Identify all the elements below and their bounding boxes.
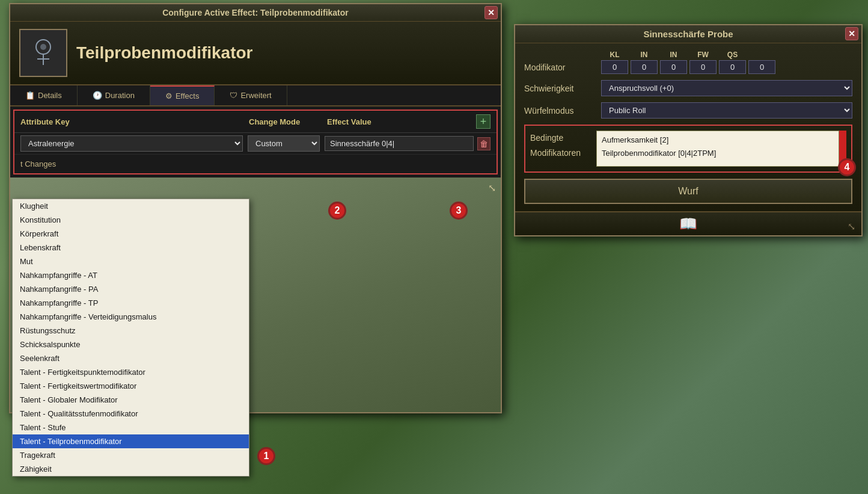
tab-duration[interactable]: 🕐 Duration <box>78 85 150 105</box>
bedingte-section: Bedingte Modifikatoren Aufmerksamkeit [2… <box>524 125 852 173</box>
dropdown-item-nahkampf-pa[interactable]: Nahkampfangriffe - PA <box>13 282 249 296</box>
effects-header-row: Attribute Key Change Mode Effect Value + <box>14 111 497 133</box>
col-header-effect-value: Effect Value <box>327 117 476 126</box>
wurfelmodus-select[interactable]: Public Roll <box>601 102 852 119</box>
modifikatoren-label: Modifikatoren <box>530 146 596 161</box>
right-modal-minimize[interactable]: ⤡ <box>848 221 855 232</box>
add-effect-button[interactable]: + <box>476 114 491 129</box>
dropdown-item-seelenkraft[interactable]: Seelenkraft <box>13 351 249 365</box>
modifier-headers: KL IN IN FW QS <box>601 51 852 59</box>
badge-2: 2 <box>328 202 346 220</box>
mod-header-in2: IN <box>660 51 687 59</box>
badge-3: 3 <box>450 202 468 220</box>
change-mode-select[interactable]: Custom <box>248 135 320 152</box>
effects-icon: ⚙ <box>165 91 173 100</box>
left-modal-title: Configure Active Effect: Teilprobenmodif… <box>162 8 349 17</box>
dropdown-item-rustungsschutz[interactable]: Rüstungsschutz <box>13 324 249 338</box>
dropdown-item-lebenskraft[interactable]: Lebenskraft <box>13 241 249 255</box>
attribute-key-dropdown: Klugheit Konstitution Körperkraft Lebens… <box>12 199 249 477</box>
mod-input-0[interactable] <box>601 60 628 74</box>
mod-header-kl: KL <box>601 51 628 59</box>
dropdown-item-talent-qualitats[interactable]: Talent - Qualitätsstufenmodifikator <box>13 407 249 421</box>
tab-erweitert[interactable]: 🛡 Erweitert <box>215 85 287 105</box>
dropdown-item-korperkraft[interactable]: Körperkraft <box>13 227 249 241</box>
dropdown-item-mut[interactable]: Mut <box>13 255 249 268</box>
right-modal-titlebar: Sinnesschärfe Probe ✕ <box>515 25 861 43</box>
effect-name: Teilprobenmodifikator <box>76 43 253 63</box>
tab-details[interactable]: 📋 Details <box>10 85 78 105</box>
dropdown-item-tragekraft[interactable]: Tragekraft <box>13 448 249 462</box>
mod-input-4[interactable] <box>719 60 746 74</box>
mod-input-5[interactable] <box>748 60 775 74</box>
modifier-inputs <box>601 60 775 74</box>
dropdown-item-nahkampf-at[interactable]: Nahkampfangriffe - AT <box>13 268 249 282</box>
badge-4: 4 <box>838 158 856 176</box>
attribute-key-select[interactable]: Astralenergie <box>20 135 243 152</box>
effect-icon <box>19 29 67 77</box>
effects-panel: Attribute Key Change Mode Effect Value +… <box>13 110 498 174</box>
erweitert-icon: 🛡 <box>230 91 237 100</box>
wurfelmodus-label: Würfelmodus <box>524 106 596 116</box>
dropdown-item-talent-teilproben[interactable]: Talent - Teilprobenmodifikator <box>13 434 249 448</box>
dropdown-item-talent-stufe[interactable]: Talent - Stufe <box>13 421 249 434</box>
bedingte-list: Aufmerksamkeit [2] Teilprobenmodifikator… <box>596 131 839 167</box>
modifikator-row: Modifikator <box>524 60 852 74</box>
right-modal-title: Sinnesschärfe Probe <box>643 29 733 39</box>
wurfelmodus-row: Würfelmodus Public Roll <box>524 102 852 119</box>
bedingte-item-0: Aufmerksamkeit [2] <box>602 134 834 147</box>
delete-effect-button[interactable]: 🗑 <box>477 137 491 150</box>
svg-point-3 <box>40 44 46 50</box>
right-modal-close-button[interactable]: ✕ <box>845 27 858 40</box>
dropdown-item-zahigkeit[interactable]: Zähigkeit <box>13 462 249 476</box>
bottom-ornament: 📖 ⤡ <box>515 211 861 235</box>
schwierigkeit-row: Schwierigkeit Anspruchsvoll (+0) <box>524 80 852 96</box>
wurf-button[interactable]: Wurf <box>524 179 852 204</box>
mod-header-qs: QS <box>719 51 746 59</box>
left-modal-close-button[interactable]: ✕ <box>484 6 498 19</box>
dropdown-item-talent-fertigkeitswert[interactable]: Talent - Fertigkeitswertmodifikator <box>13 379 249 393</box>
mod-input-1[interactable] <box>631 60 658 74</box>
mod-input-2[interactable] <box>660 60 687 74</box>
modifikator-label: Modifikator <box>524 63 596 72</box>
badge-1: 1 <box>257 447 275 465</box>
schwierigkeit-label: Schwierigkeit <box>524 84 596 93</box>
bedingte-inner: Bedingte Modifikatoren Aufmerksamkeit [2… <box>530 131 846 167</box>
dropdown-item-talent-fertigkeitspunkte[interactable]: Talent - Fertigkeitspunktemodifikator <box>13 365 249 379</box>
minimize-icon[interactable]: ⤡ <box>488 182 496 194</box>
bedingte-item-1: Teilprobenmodifikator [0|4|2TPM] <box>602 147 834 160</box>
dropdown-item-schicksalspunkte[interactable]: Schicksalspunkte <box>13 338 249 351</box>
dropdown-item-klugheit[interactable]: Klugheit <box>13 199 249 213</box>
tab-effects[interactable]: ⚙ Effects <box>150 85 215 105</box>
dropdown-item-konstitution[interactable]: Konstitution <box>13 213 249 227</box>
ornament-icon: 📖 <box>679 215 697 232</box>
right-modal-content: KL IN IN FW QS Modifikator Schwierigkeit… <box>515 43 861 211</box>
dropdown-item-nahkampf-vm[interactable]: Nahkampfangriffe - Verteidigungsmalus <box>13 310 249 324</box>
mod-header-fw: FW <box>689 51 717 59</box>
dropdown-item-talent-globaler[interactable]: Talent - Globaler Modifikator <box>13 393 249 407</box>
duration-icon: 🕐 <box>93 91 102 100</box>
left-modal-titlebar: Configure Active Effect: Teilprobenmodif… <box>10 4 501 22</box>
effect-value-input[interactable] <box>325 136 474 151</box>
mod-header-in1: IN <box>631 51 658 59</box>
changes-text: t Changes <box>20 159 56 168</box>
mod-input-3[interactable] <box>689 60 717 74</box>
col-header-change-mode: Change Mode <box>249 117 327 126</box>
bedingte-label: Bedingte <box>530 131 596 146</box>
effect-row: Astralenergie Custom 🗑 <box>14 133 497 155</box>
bedingte-labels: Bedingte Modifikatoren <box>530 131 596 167</box>
details-icon: 📋 <box>25 91 35 100</box>
dropdown-item-nahkampf-tp[interactable]: Nahkampfangriffe - TP <box>13 296 249 310</box>
col-header-attribute-key: Attribute Key <box>20 117 249 126</box>
changes-info: t Changes <box>14 155 497 173</box>
schwierigkeit-select[interactable]: Anspruchsvoll (+0) <box>601 80 852 96</box>
left-modal-header: Teilprobenmodifikator <box>10 22 501 85</box>
right-modal: Sinnesschärfe Probe ✕ KL IN IN FW QS Mod… <box>514 24 863 236</box>
modal-tabs: 📋 Details 🕐 Duration ⚙ Effects 🛡 Erweite… <box>10 85 501 107</box>
